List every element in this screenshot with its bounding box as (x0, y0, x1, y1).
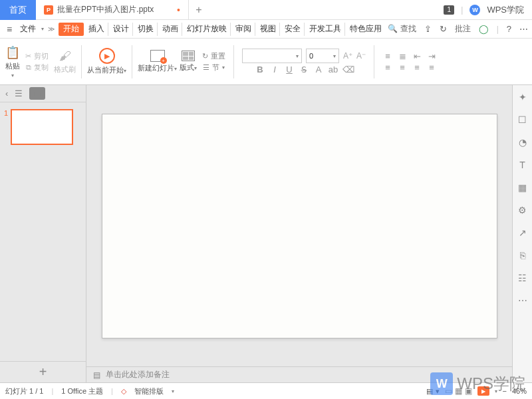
highlight-button[interactable]: ab (328, 65, 338, 74)
new-slide-icon (150, 50, 165, 62)
italic-button[interactable]: I (269, 65, 280, 74)
ribbon-toolbar: 📋 粘贴▾ ✂ 剪切 ⧉ 复制 🖌 格式刷 ▶ 从当前开始▾ 新建幻灯片▾ 版式… (0, 39, 532, 85)
outline-view-icon[interactable]: ☰ (15, 88, 23, 98)
new-tab-button[interactable]: + (189, 0, 209, 20)
sparkle-icon[interactable]: ✦ (519, 92, 527, 102)
slide-thumbnail[interactable]: 1 (4, 109, 82, 145)
file-menu[interactable]: 文件 (16, 23, 40, 35)
align-left-icon[interactable]: ≡ (382, 63, 393, 72)
font-color-button[interactable]: A (313, 65, 324, 74)
more-icon[interactable]: ⋯ (519, 24, 528, 34)
sync-icon[interactable]: ◯ (479, 24, 489, 34)
notes-placeholder: 单击此处添加备注 (106, 369, 170, 380)
object-icon[interactable]: ☐ (518, 114, 527, 125)
copy-button[interactable]: ⧉ 复制 (26, 63, 49, 72)
slide-position: 幻灯片 1 / 1 (5, 386, 43, 396)
tab-view[interactable]: 视图 (257, 23, 280, 36)
grid-icon[interactable]: ▦ (518, 182, 527, 193)
cut-button[interactable]: ✂ 剪切 (25, 51, 49, 61)
tab-slideshow[interactable]: 幻灯片放映 (184, 23, 231, 36)
slide-canvas[interactable] (102, 114, 497, 338)
font-size-select[interactable]: 0▾ (306, 49, 339, 63)
canvas-area: ▤ 单击此处添加备注 (86, 85, 512, 382)
file-dropdown-caret[interactable]: ▾ (41, 26, 44, 32)
zoom-out-button[interactable]: − (503, 387, 507, 395)
notes-toggle-icon[interactable]: ▤ ▾ (426, 387, 439, 396)
bold-button[interactable]: B (255, 65, 265, 74)
thumbnail-view-icon[interactable]: ▭ (29, 87, 45, 100)
underline-button[interactable]: U (284, 65, 295, 74)
increase-font-icon[interactable]: A⁺ (343, 51, 352, 61)
notes-bar[interactable]: ▤ 单击此处添加备注 (86, 366, 512, 382)
font-family-select[interactable]: ▾ (242, 49, 302, 63)
slide-panel: ‹ ☰ ▭ 1 + (0, 85, 86, 382)
number-list-icon[interactable]: ≣ (397, 51, 408, 61)
slideshow-button[interactable]: ▶ (477, 386, 489, 396)
reading-view-icon[interactable]: ▣ (465, 386, 472, 396)
layout-button[interactable]: 版式▾ (180, 51, 197, 72)
bullet-list-icon[interactable]: ≡ (382, 51, 393, 61)
workspace: ‹ ☰ ▭ 1 + ▤ 单击此处添加备注 ✦ ☐ ◔ T ▦ ⚙ ↗ ⎘ ☷ ⋯ (0, 85, 532, 382)
home-tab[interactable]: 首页 (0, 0, 36, 20)
share-icon[interactable]: ⇪ (424, 24, 432, 34)
document-name: 批量在PPT中插入图片.pptx (57, 4, 154, 15)
link-icon[interactable]: ⎘ (520, 250, 525, 261)
section-button[interactable]: ☰ 节▾ (203, 63, 225, 72)
tab-transition[interactable]: 切换 (134, 23, 158, 36)
sorter-view-icon[interactable]: ▦ (455, 386, 462, 396)
notes-icon: ▤ (93, 370, 100, 380)
search-button[interactable]: 🔍 查找 (388, 23, 416, 35)
indent-right-icon[interactable]: ⇥ (426, 51, 437, 61)
zoom-level[interactable]: 46% (512, 387, 527, 395)
align-right-icon[interactable]: ≡ (412, 63, 422, 72)
format-painter-button[interactable]: 🖌 格式刷 (54, 49, 76, 74)
reset-button[interactable]: ↻ 重置 (202, 51, 225, 61)
strike-button[interactable]: S̶ (299, 65, 309, 74)
statusbar: 幻灯片 1 / 1 | 1 Office 主题 | ◇ 智能排版 ▾ ▤ ▾ ▭… (0, 382, 532, 399)
menu-overflow-icon[interactable]: ≫ (45, 25, 57, 33)
menubar: ≡ 文件 ▾ ≫ 开始 插入 设计 切换 动画 幻灯片放映 审阅 视图 安全 开… (0, 20, 532, 39)
help-icon[interactable]: ? (507, 24, 511, 34)
align-justify-icon[interactable]: ≡ (426, 63, 437, 72)
layout-icon (182, 51, 195, 61)
tab-start[interactable]: 开始 (59, 23, 84, 36)
more-tools-icon[interactable]: ⋯ (518, 295, 527, 306)
align-center-icon[interactable]: ≡ (397, 63, 408, 72)
settings-icon[interactable]: ⚙ (518, 205, 527, 215)
add-slide-button[interactable]: + (0, 361, 86, 382)
brand-label: WPS学院 (487, 4, 524, 16)
normal-view-icon[interactable]: ▭ (445, 386, 452, 396)
clear-format-button[interactable]: ⌫ (342, 65, 353, 74)
tab-design[interactable]: 设计 (110, 23, 133, 36)
indent-left-icon[interactable]: ⇤ (412, 51, 422, 61)
theme-label[interactable]: 1 Office 主题 (61, 386, 103, 396)
smart-layout-button[interactable]: 智能排版 (134, 386, 164, 396)
paste-button[interactable]: 📋 粘贴▾ (5, 45, 20, 78)
arrow-icon[interactable]: ↗ (519, 227, 527, 238)
layers-icon[interactable]: ☷ (518, 273, 527, 283)
hamburger-icon[interactable]: ≡ (4, 24, 15, 35)
annotate-button[interactable]: 批注 (455, 23, 471, 35)
right-sidebar: ✦ ☐ ◔ T ▦ ⚙ ↗ ⎘ ☷ ⋯ (512, 85, 532, 382)
panel-back-icon[interactable]: ‹ (5, 88, 8, 98)
document-tab[interactable]: P 批量在PPT中插入图片.pptx • (36, 0, 189, 20)
tab-insert[interactable]: 插入 (85, 23, 108, 36)
wps-logo-icon: W (469, 5, 480, 15)
clipboard-icon: 📋 (5, 45, 20, 60)
tab-special[interactable]: 特色应用 (346, 23, 385, 36)
decrease-font-icon[interactable]: A⁻ (356, 51, 366, 61)
tab-animation[interactable]: 动画 (159, 23, 182, 36)
history-icon[interactable]: ↻ (440, 24, 447, 34)
notification-badge[interactable]: 1 (444, 5, 454, 15)
titlebar: 首页 P 批量在PPT中插入图片.pptx • + 1 | W WPS学院 (0, 0, 532, 20)
tab-review[interactable]: 审阅 (232, 23, 255, 36)
brush-icon: 🖌 (58, 49, 72, 63)
ppt-file-icon: P (44, 5, 53, 15)
text-icon[interactable]: T (519, 160, 525, 170)
shape-icon[interactable]: ◔ (519, 137, 527, 148)
new-slide-button[interactable]: 新建幻灯片▾ (138, 50, 177, 73)
tab-devtools[interactable]: 开发工具 (306, 23, 345, 36)
unsaved-indicator: • (177, 5, 180, 15)
tab-security[interactable]: 安全 (281, 23, 305, 36)
from-current-button[interactable]: ▶ 从当前开始▾ (87, 48, 126, 75)
